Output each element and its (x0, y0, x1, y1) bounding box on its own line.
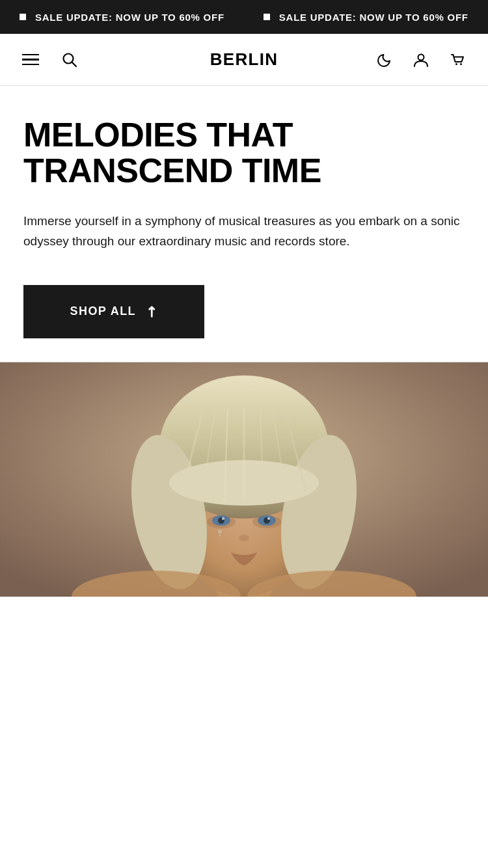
announcement-dot-2 (264, 14, 270, 20)
header-right (373, 49, 468, 71)
svg-point-21 (239, 535, 249, 541)
announcement-dot (20, 14, 26, 20)
announcement-bar-inner: SALE UPDATE: NOW UP TO 60% OFF SALE UPDA… (0, 12, 488, 23)
svg-point-20 (267, 517, 270, 520)
svg-point-29 (218, 530, 222, 534)
hero-description: Immerse yourself in a symphony of musica… (23, 211, 465, 251)
cart-icon (449, 51, 466, 68)
shop-all-button[interactable]: SHOP ALL ↗ (23, 285, 204, 338)
hero-image (0, 362, 488, 597)
announcement-item-2: SALE UPDATE: NOW UP TO 60% OFF (244, 12, 488, 23)
svg-point-30 (219, 534, 221, 537)
hero-portrait-svg (0, 362, 488, 597)
svg-point-3 (455, 63, 457, 65)
hero-title: MELODIES THAT TRANSCEND TIME (23, 117, 465, 188)
header-left (20, 49, 81, 71)
search-icon (61, 51, 78, 68)
arrow-icon: ↗ (141, 301, 162, 322)
hamburger-icon (22, 54, 39, 66)
shop-all-label: SHOP ALL (70, 305, 137, 318)
account-icon (413, 51, 429, 68)
hero-section: MELODIES THAT TRANSCEND TIME Immerse you… (0, 86, 488, 362)
announcement-text-1: SALE UPDATE: NOW UP TO 60% OFF (35, 12, 224, 23)
menu-button[interactable] (20, 51, 42, 68)
header: BERLIN (0, 34, 488, 86)
hero-image-placeholder (0, 362, 488, 597)
svg-point-19 (222, 517, 224, 520)
announcement-text-2: SALE UPDATE: NOW UP TO 60% OFF (279, 12, 468, 23)
site-logo[interactable]: BERLIN (210, 49, 278, 70)
announcement-item-1: SALE UPDATE: NOW UP TO 60% OFF (0, 12, 244, 23)
dark-mode-icon (376, 51, 393, 68)
svg-point-2 (418, 54, 424, 60)
svg-point-4 (460, 63, 462, 65)
account-button[interactable] (410, 49, 432, 71)
announcement-bar: SALE UPDATE: NOW UP TO 60% OFF SALE UPDA… (0, 0, 488, 34)
search-button[interactable] (59, 49, 81, 71)
cart-button[interactable] (446, 49, 468, 71)
svg-line-1 (72, 62, 77, 66)
dark-mode-button[interactable] (373, 49, 396, 71)
